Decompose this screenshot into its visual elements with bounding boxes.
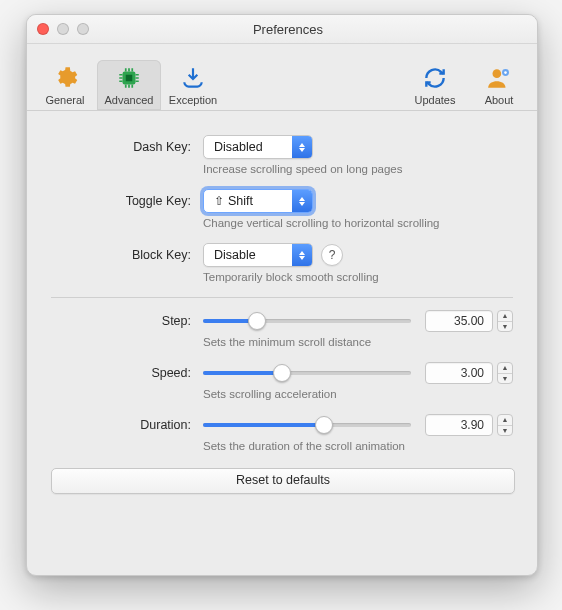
download-icon [179, 64, 207, 92]
tab-label: Updates [415, 94, 456, 106]
dash-key-hint: Increase scrolling speed on long pages [203, 163, 513, 175]
tab-label: Exception [169, 94, 217, 106]
duration-stepper-buttons[interactable]: ▲▼ [497, 414, 513, 436]
toggle-key-label: Toggle Key: [51, 194, 203, 208]
person-gear-icon [485, 64, 513, 92]
gear-icon [51, 64, 79, 92]
help-icon: ? [329, 248, 336, 262]
block-key-label: Block Key: [51, 248, 203, 262]
svg-point-16 [504, 71, 507, 74]
close-window-button[interactable] [37, 23, 49, 35]
tab-about[interactable]: About [467, 60, 531, 110]
step-label: Step: [51, 314, 203, 328]
speed-stepper-buttons[interactable]: ▲▼ [497, 362, 513, 384]
dash-key-value: Disabled [204, 140, 292, 154]
duration-slider[interactable] [203, 414, 411, 436]
speed-value-field[interactable]: 3.00 [425, 362, 493, 384]
duration-hint: Sets the duration of the scroll animatio… [203, 440, 513, 452]
step-stepper-buttons[interactable]: ▲▼ [497, 310, 513, 332]
block-key-popup[interactable]: Disable [203, 243, 313, 267]
tab-label: General [45, 94, 84, 106]
row-toggle-key: Toggle Key: ⇧Shift [51, 189, 513, 213]
row-block-key: Block Key: Disable ? [51, 243, 513, 267]
toggle-key-value: ⇧Shift [204, 194, 292, 208]
svg-rect-1 [126, 75, 133, 82]
titlebar: Preferences [27, 15, 537, 44]
window-title: Preferences [49, 22, 527, 37]
toggle-key-popup[interactable]: ⇧Shift [203, 189, 313, 213]
chevron-up-icon: ▲ [498, 363, 512, 374]
step-value-field[interactable]: 35.00 [425, 310, 493, 332]
block-key-hint: Temporarily block smooth scrolling [203, 271, 513, 283]
row-dash-key: Dash Key: Disabled [51, 135, 513, 159]
tab-general[interactable]: General [33, 60, 97, 110]
tab-label: Advanced [105, 94, 154, 106]
preferences-content: Dash Key: Disabled Increase scrolling sp… [27, 111, 537, 576]
svg-point-14 [493, 69, 502, 78]
speed-stepper: 3.00 ▲▼ [425, 362, 513, 384]
reset-to-defaults-button[interactable]: Reset to defaults [51, 468, 515, 494]
refresh-icon [421, 64, 449, 92]
preferences-toolbar: General Advanced [27, 44, 537, 111]
tab-label: About [485, 94, 514, 106]
toggle-key-text: Shift [228, 194, 253, 208]
duration-stepper: 3.90 ▲▼ [425, 414, 513, 436]
row-speed: Speed: 3.00 ▲▼ [51, 362, 513, 384]
chip-icon [115, 64, 143, 92]
speed-label: Speed: [51, 366, 203, 380]
tab-advanced[interactable]: Advanced [97, 60, 161, 110]
step-hint: Sets the minimum scroll distance [203, 336, 513, 348]
chevron-updown-icon [292, 244, 312, 266]
block-key-help-button[interactable]: ? [321, 244, 343, 266]
dash-key-label: Dash Key: [51, 140, 203, 154]
speed-slider[interactable] [203, 362, 411, 384]
shift-glyph-icon: ⇧ [214, 194, 224, 208]
slider-knob[interactable] [315, 416, 333, 434]
row-duration: Duration: 3.90 ▲▼ [51, 414, 513, 436]
chevron-down-icon: ▼ [498, 426, 512, 436]
step-stepper: 35.00 ▲▼ [425, 310, 513, 332]
dash-key-popup[interactable]: Disabled [203, 135, 313, 159]
chevron-updown-icon [292, 136, 312, 158]
row-step: Step: 35.00 ▲▼ [51, 310, 513, 332]
duration-label: Duration: [51, 418, 203, 432]
toggle-key-hint: Change vertical scrolling to horizontal … [203, 217, 513, 229]
chevron-down-icon: ▼ [498, 374, 512, 384]
section-divider [51, 297, 513, 298]
tab-exception[interactable]: Exception [161, 60, 225, 110]
duration-value-field[interactable]: 3.90 [425, 414, 493, 436]
slider-knob[interactable] [248, 312, 266, 330]
block-key-value: Disable [204, 248, 292, 262]
tab-updates[interactable]: Updates [403, 60, 467, 110]
chevron-updown-icon [292, 190, 312, 212]
slider-knob[interactable] [273, 364, 291, 382]
step-slider[interactable] [203, 310, 411, 332]
chevron-up-icon: ▲ [498, 415, 512, 426]
chevron-down-icon: ▼ [498, 322, 512, 332]
preferences-window: Preferences General [26, 14, 538, 576]
speed-hint: Sets scrolling acceleration [203, 388, 513, 400]
chevron-up-icon: ▲ [498, 311, 512, 322]
